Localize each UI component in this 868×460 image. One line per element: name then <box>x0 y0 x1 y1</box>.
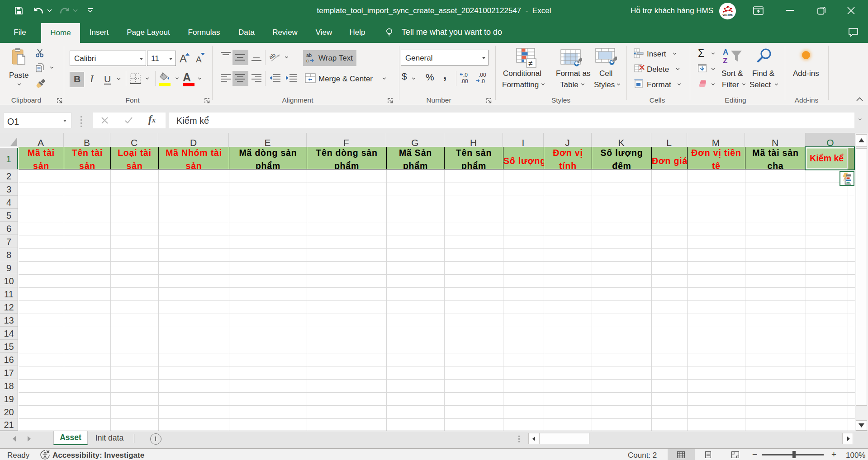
svg-text:A: A <box>723 48 728 56</box>
svg-text:.00: .00 <box>479 72 486 78</box>
svg-text:.00: .00 <box>460 78 468 84</box>
svg-text:.0: .0 <box>463 72 468 78</box>
svg-text:Z: Z <box>723 56 727 64</box>
svg-text:.0: .0 <box>480 78 485 84</box>
svg-text:≠: ≠ <box>528 59 532 68</box>
svg-text:VinHMS: VinHMS <box>722 14 733 16</box>
svg-text:ab: ab <box>306 52 312 58</box>
svg-text:c: c <box>306 58 309 63</box>
